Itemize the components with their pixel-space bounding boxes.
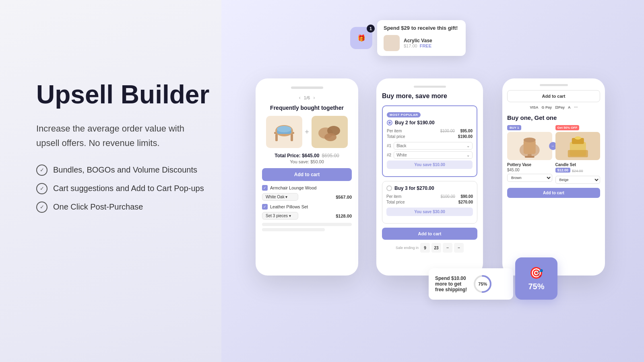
variant-2-dropdown[interactable]: White ⌄ [394, 151, 473, 159]
svg-point-16 [574, 136, 581, 140]
gift-product-details: Acrylic Vase $17.00 FREE [404, 38, 432, 48]
feature-list: ✓ Bundles, BOGOs and Volume Discounts ✓ … [36, 165, 246, 213]
bogo-product-1-select[interactable]: Brown [507, 174, 552, 182]
gift-spend-text: Spend $29 to receive this gift! [384, 25, 459, 31]
total-price-row: Total Price: $645.00 $695.00 [262, 153, 352, 158]
product-2-variant[interactable]: Set 3 pieces ▾ [262, 212, 298, 220]
variant-2-row: #2 White ⌄ [387, 151, 473, 159]
skeleton-lines [262, 223, 352, 231]
goal-percent: 75% [528, 282, 544, 291]
variant-1-dropdown[interactable]: Black ⌄ [394, 142, 473, 150]
payment-icons: VISA G Pay ⊡Pay A ⋯ [507, 105, 600, 109]
offer-1-label: Buy 2 for $190.00 [395, 120, 435, 125]
subtitle: Increase the average order value with up… [36, 121, 246, 150]
amazon-pay-icon: A [568, 105, 571, 109]
product-1-checkbox[interactable] [262, 185, 268, 191]
bogo-product-1-image: ↔ [507, 132, 552, 160]
gift-free-label: FREE [420, 43, 431, 48]
gift-original-price: $17.00 [404, 43, 417, 48]
bogo-badge-row-2: Get 50% OFF [555, 125, 601, 130]
gift-price-row: $17.00 FREE [404, 43, 432, 48]
goal-icon: 🎯 [529, 266, 543, 280]
product-2-name: Leather Pillows Set [270, 204, 308, 209]
timer-box-hours: 9 [420, 243, 430, 253]
left-section: Upsell Builder Increase the average orde… [36, 80, 246, 213]
dpay-icon: ⊡Pay [555, 105, 565, 109]
plus-sign: + [305, 128, 309, 136]
bogo-badge-row-1: BUY 1 [507, 125, 552, 130]
bogo-product-1-price: $45.00 [507, 168, 552, 172]
nav-arrows: ‹ 1/6 › [262, 95, 352, 101]
check-icon: ✓ [36, 202, 47, 213]
offer-2-label: Buy 3 for $270.00 [394, 185, 434, 191]
bogo-discounted-price: $12.00 [555, 168, 571, 173]
bogo-product-2-price-row: $12.00 $24.00 [555, 168, 601, 174]
add-to-cart-button[interactable]: Add to cart [262, 168, 352, 181]
most-popular-badge: MOST POPULAR [387, 112, 421, 117]
progress-circle: 75% [473, 274, 493, 294]
bogo-product-1: BUY 1 ↔ Pottery Vase $45.00 Brown [507, 125, 552, 184]
svg-point-11 [524, 138, 536, 142]
check-icon: ✓ [36, 165, 47, 176]
save-text: You save: $50.00 [262, 159, 352, 164]
gift-product-name: Acrylic Vase [404, 38, 432, 43]
add-to-cart-button-2[interactable]: Add to cart [382, 228, 477, 240]
bogo-products: BUY 1 ↔ Pottery Vase $45.00 Brown [507, 125, 600, 184]
product-1-variant[interactable]: White Oak ▾ [262, 193, 298, 201]
sale-ends-row: Sale ending in 9 23 ·· ·· [382, 243, 477, 253]
svg-rect-17 [568, 150, 588, 157]
gift-product-row: Acrylic Vase $17.00 FREE [384, 35, 459, 51]
phone-bogo: Add to cart VISA G Pay ⊡Pay A ⋯ Buy one,… [502, 78, 605, 276]
phone-notch-2 [414, 86, 446, 88]
product-1-variant-row: White Oak ▾ $567.00 [262, 193, 352, 201]
bogo-product-2-name: Candle Set [555, 162, 601, 167]
skeleton-line [262, 223, 352, 226]
fbt-product-2-image [312, 116, 348, 148]
phone-bmsm: Buy more, save more MOST POPULAR Buy 2 f… [376, 78, 483, 276]
phone-fbt: ‹ 1/6 › Frequently bought together + [256, 78, 358, 276]
bogo-add-to-cart[interactable]: Add to cart [507, 188, 600, 198]
skeleton-line [262, 228, 325, 231]
bogo-product-1-name: Pottery Vase [507, 162, 552, 167]
svg-point-5 [277, 126, 291, 132]
phone-notch-3 [540, 84, 568, 86]
total-price: Total Price: $645.00 [275, 153, 319, 158]
visa-icon: VISA [530, 105, 538, 109]
feature-item: ✓ One Click Post-Purchase [36, 202, 246, 213]
product-2-variant-row: Set 3 pieces ▾ $128.00 [262, 212, 352, 220]
product-1-row: Armchair Lounge Wood [262, 185, 352, 191]
page-title: Upsell Builder [36, 80, 246, 109]
product-2-checkbox[interactable] [262, 204, 268, 210]
shipping-text: Spend $10.00 more to get free shipping! [435, 276, 467, 292]
offer-card-2[interactable]: Buy 3 for $270.00 Per item $100.00 $90.0… [382, 181, 477, 224]
timer-box-minutes: 23 [431, 243, 441, 253]
gift-product-image [384, 35, 400, 51]
prev-arrow[interactable]: ‹ [299, 95, 301, 101]
bogo-product-2: Get 50% OFF Candle Set $12.00 $24.00 [555, 125, 601, 184]
timer-boxes: 9 23 ·· ·· [420, 243, 464, 253]
svg-rect-13 [525, 156, 535, 158]
offer-1-radio[interactable] [387, 120, 392, 125]
next-arrow[interactable]: › [313, 95, 315, 101]
bogo-title: Buy one, Get one [507, 114, 600, 121]
shipping-widget: Spend $10.00 more to get free shipping! … [429, 268, 513, 300]
progress-percent: 75% [478, 282, 487, 286]
svg-point-8 [324, 133, 336, 141]
offer-1-price-grid: Per item $100.00 $95.00 Total price $190… [387, 129, 473, 139]
offer-2-save-badge: You save $30.00 [386, 208, 473, 216]
bogo-product-2-select[interactable]: Beige [555, 176, 601, 184]
notification-dot: 1 [367, 25, 375, 33]
product-1-price: $567.00 [336, 195, 352, 200]
buy1-badge: BUY 1 [507, 125, 521, 130]
svg-rect-2 [291, 134, 293, 141]
offer-card-1[interactable]: MOST POPULAR Buy 2 for $190.00 Per item … [382, 105, 477, 177]
timer-box-ms: ·· [454, 243, 464, 253]
check-icon: ✓ [36, 183, 47, 194]
feature-item: ✓ Bundles, BOGOs and Volume Discounts [36, 165, 246, 176]
bogo-original-price: $24.00 [572, 169, 583, 173]
add-to-cart-top[interactable]: Add to cart [507, 90, 600, 102]
feature-item: ✓ Cart suggestions and Add to Cart Pop-u… [36, 183, 246, 194]
more-pay-icon: ⋯ [574, 105, 578, 109]
offer-2-radio[interactable] [386, 185, 392, 191]
gift-badge: 1 🎁 [350, 27, 372, 49]
